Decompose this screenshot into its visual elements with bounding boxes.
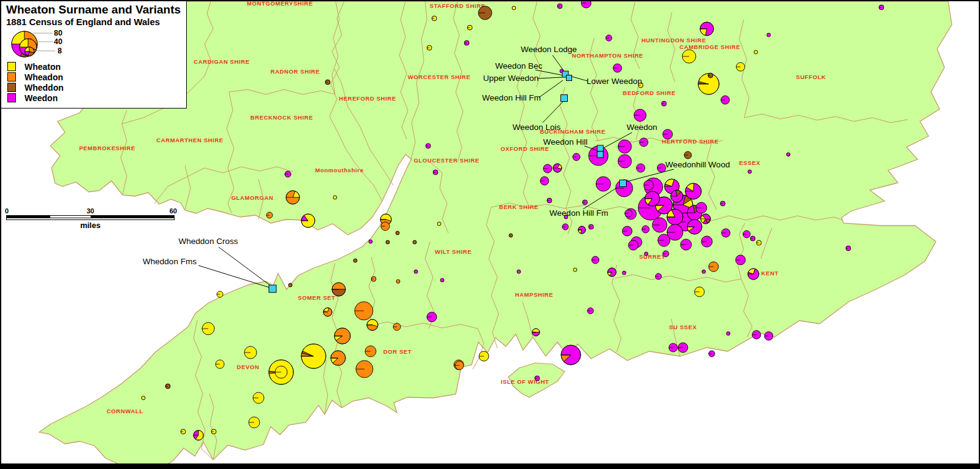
- pie-symbol: [750, 236, 755, 241]
- pie-symbol: [285, 171, 291, 177]
- county-label-montgomeryshire: MONTGOMERYSHIRE: [247, 1, 313, 7]
- pie-symbol: [589, 224, 594, 229]
- pie-symbol: [371, 276, 376, 281]
- pie-symbol: [333, 196, 337, 199]
- pie-symbol: [535, 376, 540, 381]
- scale-unit-label: miles: [6, 221, 175, 230]
- place-marker: [620, 180, 627, 187]
- pie-symbol: [244, 346, 257, 359]
- place-label-upper-weedon: Upper Weedon: [483, 74, 539, 83]
- pie-symbol: [634, 109, 646, 121]
- pie-symbol: [365, 346, 376, 357]
- pie-symbol: [582, 200, 587, 205]
- place-label-weedon-hill-fm: Weedon Hill Fm: [549, 208, 608, 218]
- pie-symbol: [573, 268, 577, 272]
- pie-symbol: [386, 240, 390, 244]
- pie-symbol: [433, 170, 438, 175]
- pie-symbol: [211, 429, 216, 434]
- pie-symbol: [696, 202, 707, 213]
- county-label-bedford-shire: BEDFORD SHIRE: [623, 90, 676, 96]
- map-window: MONTGOMERYSHIRESTAFFORD SHIRECARDIGAN SH…: [0, 0, 980, 469]
- pie-symbol: [532, 329, 540, 336]
- pie-symbol: [165, 384, 170, 389]
- pie-symbol: [613, 64, 622, 72]
- pie-symbol: [217, 291, 223, 297]
- pie-symbol: [663, 129, 673, 139]
- pie-symbol: [194, 430, 203, 440]
- county-label-stafford-shire: STAFFORD SHIRE: [429, 2, 485, 9]
- county-label-hereford-shire: HEREFORD SHIRE: [339, 95, 396, 102]
- county-label-hampshire: HAMPSHIRE: [515, 291, 553, 298]
- legend-item-wheaton: Wheaton: [7, 61, 181, 72]
- pie-symbol: [369, 240, 372, 243]
- legend-swatch-wheadon: [7, 72, 16, 82]
- pie-symbol: [667, 209, 683, 225]
- scale-bar-baseline: [7, 218, 174, 218]
- legend-item-wheddon: Wheddon: [7, 82, 181, 93]
- pie-symbol: [754, 50, 758, 54]
- pie-symbol: [509, 234, 513, 237]
- pie-symbol: [288, 283, 292, 287]
- pie-symbol: [323, 308, 332, 316]
- pie-symbol: [367, 319, 378, 330]
- pie-symbol: [722, 229, 730, 237]
- pie-symbol: [655, 273, 662, 280]
- county-label-glamorgan: GLAMORGAN: [232, 194, 274, 201]
- pie-symbol: [708, 73, 713, 78]
- pie-symbol: [846, 246, 851, 251]
- place-label-weedon-lois: Weedon Lois: [513, 123, 561, 132]
- pie-symbol: [596, 177, 611, 191]
- place-marker: [597, 151, 603, 158]
- pie-symbol: [464, 40, 469, 45]
- pie-symbol: [427, 45, 432, 50]
- pie-symbol: [426, 143, 431, 148]
- pie-symbol: [479, 351, 489, 361]
- scale-label-start: 0: [5, 207, 9, 215]
- county-label-monmouthshire: Monmouthshire: [315, 167, 363, 173]
- pie-symbol: [356, 360, 373, 378]
- pie-symbol: [636, 164, 645, 172]
- pie-symbol: [721, 96, 729, 104]
- legend-size-pie: [25, 47, 34, 56]
- pie-symbol: [517, 270, 521, 273]
- place-marker: [597, 145, 603, 151]
- scale-label-mid: 30: [86, 207, 94, 215]
- place-label-weedon: Weedon: [627, 123, 657, 132]
- scale-bar-graphic: [6, 215, 175, 220]
- legend-swatch-wheaton: [7, 62, 16, 71]
- pie-symbol: [396, 280, 400, 283]
- legend-item-wheadon: Wheadon: [7, 72, 181, 82]
- map-subtitle: 1881 Census of England and Wales: [6, 17, 181, 27]
- pie-symbol: [414, 270, 418, 273]
- pie-symbol: [216, 360, 224, 368]
- pie-symbol: [455, 361, 464, 370]
- county-label-carmarthen-shire: CARMARTHEN SHIRE: [156, 137, 223, 143]
- pie-symbol: [752, 330, 761, 339]
- legend-items: WheatonWheadonWheddonWeedon: [6, 61, 181, 103]
- pie-symbol: [355, 302, 373, 320]
- county-label-devon: DEVON: [237, 364, 260, 370]
- pie-symbol: [331, 351, 345, 365]
- pie-symbol: [413, 240, 417, 244]
- pie-symbol: [332, 283, 345, 296]
- scale-bar-labels: 0 30 60: [6, 207, 175, 215]
- size-key-value: 80: [54, 29, 62, 37]
- pie-symbol: [540, 177, 549, 185]
- pie-symbol: [557, 4, 562, 9]
- pie-symbol: [573, 153, 580, 161]
- pie-symbol: [669, 343, 677, 352]
- pie-symbol: [706, 219, 710, 223]
- place-label-weedon-lodge: Weedon Lodge: [521, 45, 576, 54]
- pie-symbol: [437, 222, 441, 226]
- place-marker: [561, 95, 568, 102]
- pie-size-key: 80408: [6, 28, 181, 60]
- pie-symbol: [249, 417, 260, 428]
- pie-symbol: [478, 6, 492, 20]
- map-frame-bottom: [1, 463, 979, 468]
- place-marker: [269, 285, 276, 292]
- pie-symbol: [748, 269, 759, 280]
- pie-symbol: [606, 35, 612, 41]
- place-label-lower-weedon: Lower Weedon: [587, 77, 643, 86]
- pie-symbol: [396, 231, 399, 235]
- pie-symbol: [748, 170, 752, 173]
